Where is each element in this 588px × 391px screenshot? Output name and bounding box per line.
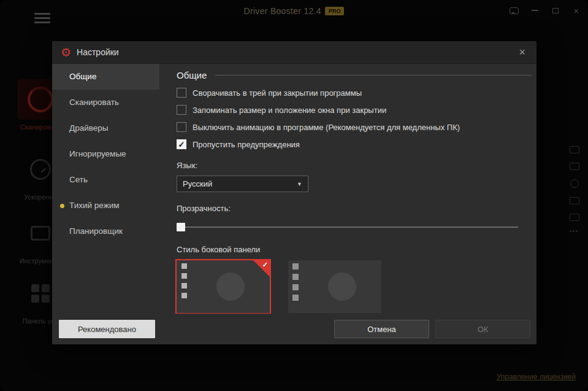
sidebar-style-option-1[interactable]: ✓ [177, 260, 270, 313]
nav-item-scan[interactable]: Сканировать [52, 90, 159, 115]
option-row: ✓ Выключить анимацию в программе (Рекоме… [177, 122, 532, 132]
check-icon: ✓ [178, 141, 185, 149]
slider-track [177, 226, 518, 228]
settings-gear-icon: ⚙ [61, 47, 71, 58]
checkbox-label: Выключить анимацию в программе (Рекоменд… [193, 123, 460, 132]
checkbox-label: Запоминать размер и положение окна при з… [193, 106, 386, 115]
language-value: Русский [183, 179, 212, 188]
section-divider [215, 75, 532, 75]
dialog-title: Настройки [77, 47, 119, 57]
preview-pane [303, 260, 381, 313]
option-row: ✓ Запоминать размер и положение окна при… [177, 105, 532, 115]
sidebar-style-option-2[interactable] [288, 260, 381, 313]
checkbox-remember-window[interactable]: ✓ [177, 105, 186, 115]
preview-rail [177, 260, 191, 313]
dialog-header: ⚙ Настройки × [52, 41, 536, 64]
checkbox-label: Пропустить предупреждения [193, 140, 300, 149]
checkbox-label: Сворачивать в трей при закрытии программ… [193, 88, 362, 98]
selected-check-icon: ✓ [262, 261, 268, 269]
sidebar-style-options: ✓ [177, 260, 532, 313]
nav-item-scheduler[interactable]: Планировщик [52, 219, 159, 244]
nav-item-label: Тихий режим [69, 201, 120, 210]
settings-dialog: ⚙ Настройки × Общие Сканировать Драйверы… [52, 41, 536, 344]
close-dialog-icon[interactable]: × [516, 45, 528, 59]
nav-item-label: Драйверы [69, 123, 108, 133]
cancel-button[interactable]: Отмена [334, 320, 429, 338]
language-select[interactable]: Русский ▼ [177, 176, 308, 192]
chevron-down-icon: ▼ [297, 181, 302, 187]
nav-item-label: Игнорируемые [69, 149, 126, 158]
nav-item-ignored[interactable]: Игнорируемые [52, 141, 159, 167]
nav-item-drivers[interactable]: Драйверы [52, 115, 159, 141]
nav-item-silent-mode[interactable]: Тихий режим [52, 193, 159, 219]
ok-button[interactable]: ОК [435, 320, 530, 338]
checkbox-skip-warnings[interactable]: ✓ [177, 139, 186, 149]
slider-thumb[interactable] [177, 223, 185, 231]
sidebar-style-label: Стиль боковой панели [177, 245, 532, 254]
checkbox-disable-animation[interactable]: ✓ [177, 122, 186, 132]
option-row: ✓ Сворачивать в трей при закрытии програ… [177, 88, 532, 98]
nav-item-general[interactable]: Общие [52, 64, 159, 90]
preview-rail [288, 260, 303, 313]
nav-item-label: Сеть [69, 175, 88, 184]
section-header: Общие [177, 70, 532, 80]
dialog-footer: Рекомендовано Отмена ОК [52, 314, 536, 344]
settings-nav: Общие Сканировать Драйверы Игнорируемые … [52, 64, 159, 314]
nav-item-label: Общие [69, 72, 96, 81]
nav-item-network[interactable]: Сеть [52, 167, 159, 193]
language-label: Язык: [177, 161, 532, 170]
transparency-label: Прозрачность: [177, 204, 532, 213]
recommended-button[interactable]: Рекомендовано [59, 320, 155, 338]
nav-item-label: Планировщик [69, 226, 123, 236]
checkbox-minimize-to-tray[interactable]: ✓ [177, 88, 186, 98]
settings-content: Общие ✓ Сворачивать в трей при закрытии … [159, 64, 536, 314]
option-row: ✓ Пропустить предупреждения [177, 139, 532, 149]
transparency-slider[interactable] [177, 223, 518, 231]
nav-item-label: Сканировать [69, 98, 119, 107]
section-title: Общие [177, 70, 207, 80]
quiet-mode-dot [60, 204, 64, 208]
